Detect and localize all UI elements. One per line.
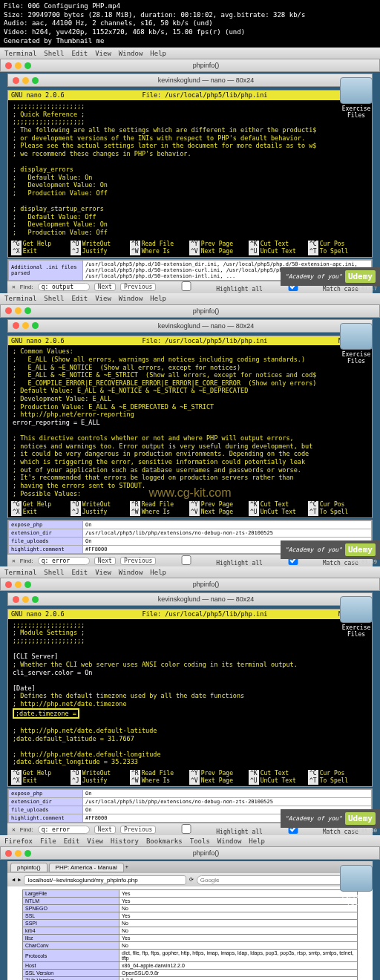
prev-button[interactable]: Previous (120, 557, 157, 565)
udemy-badge: "Academy of you"Udemy (281, 809, 380, 828)
window-title: phpinfo() (37, 62, 375, 69)
traffic-lights[interactable] (13, 77, 39, 84)
terminal-titlebar[interactable]: kevinskoglund — nano — 80x24 (7, 74, 373, 87)
close-icon[interactable]: ✕ (12, 826, 16, 833)
nano-header: GNU nano 2.0.6File: /usr/local/php5/lib/… (8, 91, 372, 100)
desktop-folder[interactable]: Exercise Files (338, 77, 374, 119)
nano-body[interactable]: ; Common Values: ; E_ALL (Show all error… (8, 345, 372, 500)
video-metadata: File: 006 Configuring PHP.mp4 Size: 2994… (0, 0, 380, 48)
terminal-window[interactable]: GNU nano 2.0.6File: /usr/local/php5/lib/… (7, 90, 373, 257)
terminal-titlebar[interactable]: kevinskoglund — nano — 80x24 (7, 592, 373, 606)
nano-footer: ^GGet Help^OWriteOut^RRead File^YPrev Pa… (8, 768, 372, 786)
desktop-folder[interactable]: Exercise Files (338, 865, 374, 906)
desktop-folder[interactable]: Exercise Files (338, 596, 374, 638)
udemy-badge: "Academy of you"Udemy (281, 540, 380, 559)
folder-icon (340, 323, 373, 350)
panel-3: TerminalShellEditViewWindowHelp phpinfo(… (0, 566, 380, 835)
panel-1: TerminalShellEditViewWindowHelp phpinfo(… (0, 48, 380, 293)
mac-menubar[interactable]: TerminalShellEditViewWindowHelp (0, 48, 380, 59)
terminal-title: kevinskoglund — nano — 80x24 (45, 76, 367, 84)
next-button[interactable]: Next (94, 826, 116, 834)
mac-menubar[interactable]: TerminalShellEditViewWindowHelp (0, 293, 380, 304)
nano-header: GNU nano 2.0.6File: /usr/local/php5/lib/… (8, 336, 372, 346)
timestamp: 00:01:17 (352, 286, 377, 292)
phpinfo-page: LargeFileYesNTLMYesSPNEGONoSSLYesSSPINok… (7, 886, 373, 980)
timestamp: 00:05:00 (352, 828, 377, 834)
firefox-titlebar[interactable]: phpinfo() (0, 846, 380, 860)
close-icon[interactable]: ✕ (12, 284, 16, 290)
search-input[interactable] (197, 875, 358, 885)
nano-body[interactable]: ;;;;;;;;;;;;;;;;;;; ; Module Settings ; … (8, 619, 372, 768)
browser-window[interactable]: phpinfo() PHP: America - Manual + ◀ ▶ ⟳ … (7, 861, 373, 980)
folder-icon (340, 596, 373, 623)
nano-body[interactable]: ;;;;;;;;;;;;;;;;;;; ; Quick Reference ; … (8, 100, 372, 239)
folder-icon (340, 865, 373, 892)
terminal-window[interactable]: GNU nano 2.0.6File: /usr/local/php5/lib/… (7, 336, 373, 519)
prev-button[interactable]: Previous (120, 283, 157, 291)
udemy-logo: Udemy (345, 270, 376, 283)
find-input[interactable] (38, 826, 90, 834)
mac-menubar[interactable]: TerminalShellEditViewWindowHelp (0, 566, 380, 578)
curl-table: LargeFileYesNTLMYesSPNEGONoSSLYesSSPINok… (22, 889, 358, 980)
nano-footer: ^GGet Help^OWriteOut^RRead File^YPrev Pa… (8, 500, 372, 517)
highlight-all-checkbox[interactable] (160, 281, 212, 291)
terminal-titlebar[interactable]: kevinskoglund — nano — 80x24 (7, 319, 373, 333)
reload-icon[interactable]: ⟳ (189, 877, 194, 883)
find-input[interactable] (38, 557, 90, 565)
traffic-lights[interactable] (5, 62, 31, 69)
highlighted-line: ;date.timezone = (13, 708, 79, 719)
desktop-folder[interactable]: Exercise Files (338, 323, 374, 365)
next-button[interactable]: Next (94, 557, 116, 565)
bg-window-titlebar[interactable]: phpinfo() (0, 304, 380, 318)
prev-button[interactable]: Previous (120, 826, 157, 834)
mac-menubar[interactable]: FirefoxFileEditViewHistoryBookmarksTools… (0, 835, 380, 846)
udemy-badge: "Academy of you"Udemy (281, 267, 380, 286)
next-button[interactable]: Next (94, 283, 116, 291)
panel-4: FirefoxFileEditViewHistoryBookmarksTools… (0, 835, 380, 980)
timestamp: 00:03:39 (352, 559, 377, 565)
find-input[interactable] (38, 283, 90, 291)
nano-footer: ^GGet Help^OWriteOut^RRead File^YPrev Pa… (8, 239, 372, 257)
nano-header: GNU nano 2.0.6File: /usr/local/php5/lib/… (8, 610, 372, 619)
back-icon[interactable]: ◀ (12, 877, 15, 883)
tab-phpinfo[interactable]: phpinfo() (10, 863, 48, 872)
browser-tabs[interactable]: phpinfo() PHP: America - Manual + (7, 861, 373, 873)
forward-icon[interactable]: ▶ (18, 877, 21, 883)
tab-manual[interactable]: PHP: America - Manual (49, 863, 124, 872)
url-bar[interactable]: ◀ ▶ ⟳ 🏠 (7, 873, 373, 886)
bg-window-titlebar[interactable]: phpinfo() (0, 578, 380, 591)
close-icon[interactable]: ✕ (12, 558, 16, 564)
terminal-window[interactable]: GNU nano 2.0.6File: /usr/local/php5/lib/… (7, 609, 373, 787)
bg-window-titlebar[interactable]: phpinfo() (0, 59, 380, 72)
panel-2: TerminalShellEditViewWindowHelp phpinfo(… (0, 293, 380, 567)
new-tab-button[interactable]: + (125, 864, 128, 870)
address-input[interactable] (24, 875, 186, 885)
folder-icon (340, 77, 373, 104)
